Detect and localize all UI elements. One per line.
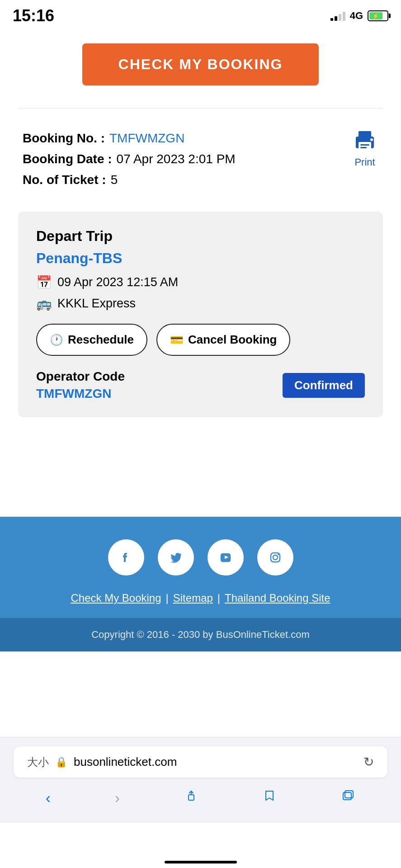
trip-operator-value: KKKL Express	[57, 297, 136, 311]
status-icons: 4G ⚡	[330, 10, 388, 22]
browser-size-text: 大小	[27, 755, 49, 769]
operator-code-label: Operator Code	[36, 369, 125, 384]
confirmed-badge: Confirmed	[283, 373, 365, 398]
booking-ticket-value: 5	[111, 173, 118, 187]
header-divider	[18, 108, 383, 108]
svg-rect-1	[359, 131, 371, 138]
check-my-booking-button[interactable]: CHECK MY BOOKING	[82, 43, 319, 85]
svg-rect-3	[360, 144, 369, 146]
bus-icon: 🚌	[36, 296, 52, 311]
booking-number-value: TMFWMZGN	[109, 131, 184, 146]
social-icons-row	[14, 539, 387, 576]
youtube-icon[interactable]	[208, 539, 244, 576]
operator-code-value: TMFWMZGN	[36, 387, 125, 401]
svg-rect-2	[359, 142, 371, 150]
trip-card: Depart Trip Penang-TBS 📅 09 Apr 2023 12:…	[18, 212, 383, 417]
footer: Check My Booking | Sitemap | Thailand Bo…	[0, 517, 401, 651]
browser-bar: 大小 🔒 busonlineticket.com ↻ ‹ ›	[0, 737, 401, 823]
print-button[interactable]: Print	[351, 127, 378, 168]
trip-title: Depart Trip	[36, 228, 365, 245]
signal-icon	[330, 11, 345, 21]
reschedule-button[interactable]: 🕐 Reschedule	[36, 324, 147, 356]
tabs-button[interactable]	[332, 784, 364, 811]
trip-operator-row: 🚌 KKKL Express	[36, 296, 365, 311]
print-label: Print	[354, 156, 375, 168]
status-bar: 15:16 4G ⚡	[0, 0, 401, 30]
twitter-icon[interactable]	[158, 539, 194, 576]
booking-ticket-label: No. of Ticket :	[23, 173, 106, 187]
instagram-icon[interactable]	[257, 539, 293, 576]
svg-point-7	[273, 555, 278, 560]
back-button[interactable]: ‹	[37, 784, 60, 811]
network-label: 4G	[350, 10, 363, 22]
svg-point-5	[370, 138, 373, 141]
bookmarks-button[interactable]	[253, 784, 286, 811]
trip-route: Penang-TBS	[36, 250, 365, 267]
svg-rect-11	[345, 791, 353, 798]
lock-icon: 🔒	[55, 756, 67, 768]
cancel-icon: 💳	[170, 334, 184, 346]
booking-info-section: Booking No. : TMFWMZGN Booking Date : 07…	[0, 122, 401, 203]
cancel-booking-button[interactable]: 💳 Cancel Booking	[156, 324, 290, 356]
thailand-site-link[interactable]: Thailand Booking Site	[225, 592, 330, 604]
battery-icon: ⚡	[368, 10, 388, 21]
printer-icon	[351, 127, 378, 154]
trip-date-row: 📅 09 Apr 2023 12:15 AM	[36, 275, 365, 290]
url-left: 大小 🔒 busonlineticket.com	[27, 755, 177, 769]
svg-point-8	[278, 554, 279, 555]
footer-links: Check My Booking | Sitemap | Thailand Bo…	[14, 592, 387, 604]
footer-copyright-bar: Copyright © 2016 - 2030 by BusOnlineTick…	[0, 618, 401, 651]
booking-ticket-row: No. of Ticket : 5	[23, 173, 378, 187]
facebook-icon[interactable]	[108, 539, 144, 576]
booking-number-row: Booking No. : TMFWMZGN	[23, 131, 378, 146]
reschedule-icon: 🕐	[50, 334, 63, 346]
action-buttons: 🕐 Reschedule 💳 Cancel Booking	[36, 324, 365, 356]
calendar-icon: 📅	[36, 275, 52, 290]
booking-date-row: Booking Date : 07 Apr 2023 2:01 PM	[23, 152, 378, 166]
separator-2: |	[217, 592, 220, 604]
reschedule-label: Reschedule	[68, 333, 134, 347]
home-indicator	[165, 861, 237, 863]
refresh-icon[interactable]: ↻	[363, 755, 374, 769]
svg-rect-10	[343, 793, 351, 800]
browser-navigation: ‹ ›	[14, 778, 387, 814]
sitemap-link[interactable]: Sitemap	[173, 592, 213, 604]
separator-1: |	[166, 592, 169, 604]
booking-number-label: Booking No. :	[23, 131, 105, 146]
forward-button[interactable]: ›	[106, 784, 129, 811]
operator-section: Operator Code TMFWMZGN	[36, 369, 125, 401]
share-button[interactable]	[175, 784, 208, 811]
booking-date-label: Booking Date :	[23, 152, 112, 166]
operator-row: Operator Code TMFWMZGN Confirmed	[36, 369, 365, 401]
url-bar[interactable]: 大小 🔒 busonlineticket.com ↻	[14, 746, 387, 778]
check-my-booking-link[interactable]: Check My Booking	[71, 592, 161, 604]
copyright-text: Copyright © 2016 - 2030 by BusOnlineTick…	[14, 629, 387, 641]
svg-rect-9	[189, 795, 194, 800]
header-section: CHECK MY BOOKING	[0, 30, 401, 94]
cancel-label: Cancel Booking	[188, 333, 277, 347]
booking-date-value: 07 Apr 2023 2:01 PM	[117, 152, 236, 166]
url-domain: busonlineticket.com	[74, 755, 177, 769]
status-time: 15:16	[13, 6, 54, 25]
svg-rect-4	[360, 147, 367, 148]
trip-date-value: 09 Apr 2023 12:15 AM	[57, 275, 178, 289]
